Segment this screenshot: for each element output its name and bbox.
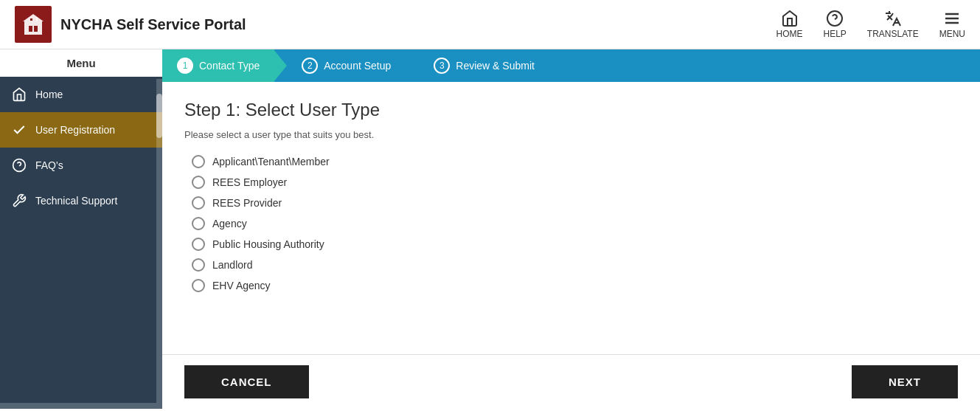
cancel-button[interactable]: CANCEL: [184, 365, 309, 398]
sidebar-item-technical-support[interactable]: Technical Support: [0, 183, 162, 218]
check-icon: [12, 122, 27, 137]
radio-label-3: Agency: [212, 218, 247, 229]
radio-label-6: EHV Agency: [212, 280, 271, 291]
radio-circle-2[interactable]: [192, 196, 205, 210]
main-content: 1 Contact Type 2 Account Setup 3 Review …: [162, 49, 980, 409]
nav-translate-label: TRANSLATE: [867, 29, 919, 39]
radio-circle-5[interactable]: [192, 258, 205, 272]
radio-circle-6[interactable]: [192, 279, 205, 292]
form-area: Step 1: Select User Type Please select a…: [162, 82, 980, 354]
sidebar-home-label: Home: [35, 89, 63, 100]
radio-label-0: Applicant\Tenant\Member: [212, 156, 330, 167]
progress-step-1: 1 Contact Type: [162, 49, 274, 82]
sidebar-item-faqs[interactable]: FAQ's: [0, 148, 162, 183]
radio-item-5[interactable]: Landlord: [192, 258, 958, 272]
step-1-label: Contact Type: [199, 60, 260, 72]
svg-rect-1: [24, 21, 42, 35]
header-nav: HOME HELP TRANSLATE MENU: [776, 10, 966, 39]
svg-rect-3: [29, 26, 32, 32]
radio-item-4[interactable]: Public Housing Authority: [192, 238, 958, 251]
radio-circle-0[interactable]: [192, 155, 205, 168]
nav-home[interactable]: HOME: [776, 10, 803, 39]
svg-rect-6: [36, 17, 38, 21]
step-2-label: Account Setup: [324, 60, 391, 72]
svg-rect-4: [34, 26, 38, 32]
sidebar-title: Menu: [0, 49, 162, 77]
step-3-num: 3: [434, 58, 450, 74]
radio-circle-4[interactable]: [192, 238, 205, 251]
layout: Menu Home User Registration FAQ's: [0, 49, 980, 409]
radio-label-1: REES Employer: [212, 176, 287, 188]
sidebar: Menu Home User Registration FAQ's: [0, 49, 162, 409]
radio-item-6[interactable]: EHV Agency: [192, 279, 958, 292]
radio-item-0[interactable]: Applicant\Tenant\Member: [192, 155, 958, 168]
step-3-label: Review & Submit: [456, 60, 535, 72]
radio-item-1[interactable]: REES Employer: [192, 176, 958, 189]
radio-circle-1[interactable]: [192, 176, 205, 189]
sidebar-item-home[interactable]: Home: [0, 77, 162, 112]
home-icon: [12, 87, 27, 102]
progress-bar: 1 Contact Type 2 Account Setup 3 Review …: [162, 49, 980, 82]
radio-item-2[interactable]: REES Provider: [192, 196, 958, 210]
progress-step-3: 3 Review & Submit: [419, 49, 549, 82]
header: NYCHA Self Service Portal HOME HELP TRAN…: [0, 0, 980, 49]
step-arrow-2: [406, 49, 419, 82]
radio-item-3[interactable]: Agency: [192, 217, 958, 230]
radio-label-5: Landlord: [212, 259, 253, 271]
nav-help-label: HELP: [824, 29, 847, 39]
step-title: Step 1: Select User Type: [184, 100, 958, 120]
logo: [15, 6, 52, 43]
nav-help[interactable]: HELP: [824, 10, 847, 39]
radio-group: Applicant\Tenant\Member REES Employer RE…: [192, 155, 958, 292]
step-2-num: 2: [302, 58, 318, 74]
wrench-icon: [12, 193, 27, 208]
nav-home-label: HOME: [776, 29, 803, 39]
step-subtitle: Please select a user type that suits you…: [184, 129, 958, 140]
radio-label-4: Public Housing Authority: [212, 238, 324, 250]
sidebar-item-user-registration[interactable]: User Registration: [0, 112, 162, 148]
sidebar-tech-support-label: Technical Support: [35, 195, 117, 207]
header-title: NYCHA Self Service Portal: [60, 16, 246, 33]
radio-circle-3[interactable]: [192, 217, 205, 230]
sidebar-scroll-thumb: [156, 94, 162, 138]
step-arrow-1: [274, 49, 287, 82]
sidebar-faqs-label: FAQ's: [35, 159, 63, 171]
progress-step-2: 2 Account Setup: [287, 49, 406, 82]
sidebar-scroll-indicator: [156, 79, 162, 409]
next-button[interactable]: NEXT: [852, 365, 958, 398]
nav-menu[interactable]: MENU: [939, 10, 965, 39]
step-1-num: 1: [177, 58, 193, 74]
sidebar-registration-label: User Registration: [35, 124, 115, 136]
nav-translate[interactable]: TRANSLATE: [867, 10, 919, 39]
radio-label-2: REES Provider: [212, 197, 282, 209]
header-left: NYCHA Self Service Portal: [15, 6, 246, 43]
nav-menu-label: MENU: [939, 29, 965, 39]
sidebar-bottom-scroll: [0, 403, 156, 409]
footer: CANCEL NEXT: [162, 354, 980, 409]
svg-rect-5: [30, 18, 32, 21]
question-icon: [12, 158, 27, 173]
